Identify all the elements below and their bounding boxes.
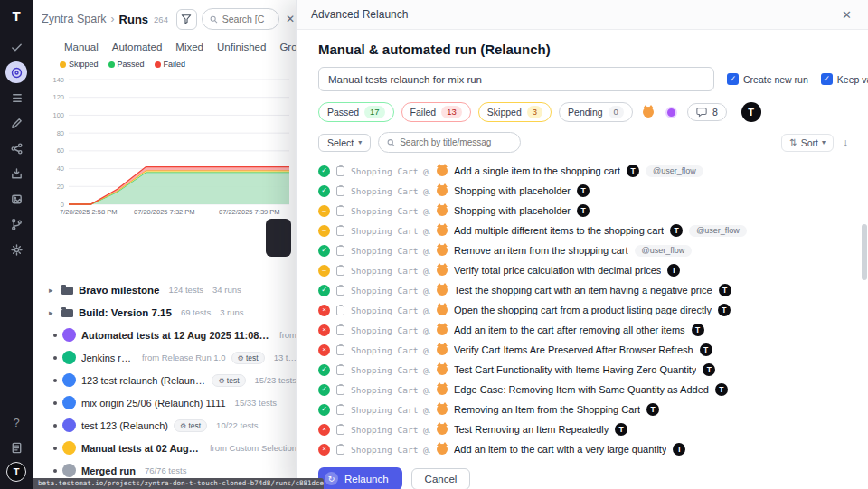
test-row[interactable]: Shopping Cart @… Test Cart Functionality… <box>318 360 848 380</box>
test-suite-path: Shopping Cart @… <box>351 385 430 395</box>
check-icon[interactable] <box>5 36 27 58</box>
test-title[interactable]: Add multiple different items to the shop… <box>454 225 664 236</box>
sort-dropdown[interactable]: ⇅ Sort ▾ <box>781 134 834 152</box>
app-logo[interactable]: T <box>12 8 20 24</box>
runs-tab[interactable]: Manual <box>64 42 99 52</box>
clipboard-icon <box>336 166 344 176</box>
test-title[interactable]: Edge Case: Removing Item with Same Quant… <box>454 384 709 395</box>
test-row[interactable]: Shopping Cart @… Verify total price calc… <box>318 260 848 280</box>
tree-run-row[interactable]: 123 test relaunch (Relaunch) test 15/23 … <box>33 369 304 391</box>
runs-tab[interactable]: Unfinished <box>217 42 266 52</box>
assignee-badge: T <box>646 403 659 416</box>
tree-folder-row[interactable]: ▸ Bravo milestone 124 tests 34 runs <box>33 278 304 301</box>
test-suite-path: Shopping Cart @… <box>351 405 430 415</box>
assignee-badge: T <box>700 343 712 356</box>
user-avatar[interactable]: T <box>6 462 26 482</box>
option-checkbox[interactable]: Create new run <box>727 73 808 85</box>
test-row[interactable]: Shopping Cart @… Shopping with placehold… <box>318 181 848 201</box>
test-row[interactable]: Shopping Cart @… Edge Case: Removing Ite… <box>318 380 848 400</box>
legend-dot <box>155 61 161 68</box>
test-title[interactable]: Add an item to the cart after removing a… <box>454 324 685 335</box>
test-title[interactable]: Add a single item to the shopping cart <box>454 165 620 176</box>
test-row[interactable]: Shopping Cart @… Test Removing an Item R… <box>318 419 848 439</box>
test-row[interactable]: Shopping Cart @… Test the shopping cart … <box>318 280 848 300</box>
run-name-input[interactable] <box>318 67 714 91</box>
checkbox-checked-icon[interactable] <box>821 73 833 85</box>
drawer-scrollbar[interactable] <box>861 33 867 485</box>
tests-search-input[interactable] <box>400 137 512 147</box>
test-title[interactable]: Test the shopping cart with an item havi… <box>454 285 712 296</box>
test-row[interactable]: Shopping Cart @… Remove an item from the… <box>318 240 848 260</box>
test-title[interactable]: Open the shopping cart from a product li… <box>454 305 712 315</box>
test-row[interactable]: Shopping Cart @… Add an item to the cart… <box>318 439 848 459</box>
test-title[interactable]: Shopping with placeholder <box>454 205 571 216</box>
tree-run-row[interactable]: test 123 (Relaunch) test 10/22 tests <box>33 414 304 437</box>
test-row[interactable]: Shopping Cart @… Open the shopping cart … <box>318 300 848 320</box>
test-row[interactable]: Shopping Cart @… Add an item to the cart… <box>318 320 848 340</box>
assignee-avatar[interactable]: T <box>741 102 761 122</box>
close-drawer-icon[interactable]: ✕ <box>840 8 854 22</box>
tree-run-row[interactable]: Manual tests at 02 Aug 2025 13:38 from C… <box>33 437 304 459</box>
tree-run-row[interactable]: Jenkins run (Relaunch) from Release Run … <box>33 346 304 369</box>
runs-search-input[interactable] <box>222 14 271 24</box>
test-title[interactable]: Shopping with placeholder <box>454 185 571 196</box>
test-row[interactable]: Shopping Cart @… Verify Cart Items Are P… <box>318 340 848 360</box>
import-box-icon[interactable] <box>5 163 27 184</box>
test-suite-path: Shopping Cart @… <box>351 206 430 216</box>
fox-emoji-filter-icon[interactable] <box>640 104 656 120</box>
test-title[interactable]: Add an item to the cart with a very larg… <box>454 444 666 455</box>
chevron-right-icon[interactable]: ▸ <box>49 286 56 295</box>
test-title[interactable]: Test Cart Functionality with Items Havin… <box>454 364 696 375</box>
filter-funnel-button[interactable] <box>176 9 197 30</box>
settings-gear-icon[interactable] <box>5 239 27 260</box>
assignee-badge: T <box>692 324 704 336</box>
run-drag-dot <box>53 334 57 337</box>
test-title[interactable]: Verify total price calculation with deci… <box>454 265 661 276</box>
close-search-icon[interactable]: ✕ <box>284 13 297 25</box>
status-filter-chip[interactable]: Pending 0 <box>559 102 633 122</box>
help-icon[interactable]: ? <box>13 416 19 429</box>
test-row[interactable]: Shopping Cart @… Shopping with placehold… <box>318 201 848 221</box>
select-dropdown[interactable]: Select ▾ <box>318 134 371 152</box>
folder-name: Build: Version 7.15 <box>79 307 172 318</box>
status-filter-chip[interactable]: Passed 17 <box>318 102 394 122</box>
relaunch-button[interactable]: ↻ Relaunch <box>318 467 402 489</box>
image-icon[interactable] <box>5 188 27 210</box>
swirl-emoji-filter-icon[interactable] <box>664 104 680 120</box>
list-icon[interactable] <box>5 87 27 108</box>
runs-icon[interactable] <box>5 61 27 83</box>
status-filter-chip[interactable]: Skipped 3 <box>478 102 552 122</box>
test-row[interactable]: Shopping Cart @… Add a single item to th… <box>318 161 848 181</box>
test-row[interactable]: Shopping Cart @… Removing an Item from t… <box>318 400 848 419</box>
share-icon[interactable] <box>5 137 27 159</box>
test-suite-path: Shopping Cart @… <box>351 186 430 196</box>
docs-icon[interactable] <box>5 437 27 458</box>
cancel-button[interactable]: Cancel <box>411 468 471 489</box>
comments-filter-chip[interactable]: 8 <box>687 103 727 121</box>
tree-run-row[interactable]: Automated tests at 12 Aug 2025 11:08 (Re… <box>33 324 304 346</box>
breadcrumb-project[interactable]: Zyntra Spark <box>42 13 107 25</box>
test-suite-path: Shopping Cart @… <box>351 266 430 276</box>
test-title[interactable]: Removing an Item from the Shopping Cart <box>454 404 640 415</box>
drawer-scrollbar-thumb[interactable] <box>862 224 867 280</box>
tree-folder-row[interactable]: ▸ Build: Version 7.15 69 tests 3 runs <box>33 301 304 324</box>
git-branch-icon[interactable] <box>5 213 27 235</box>
test-title[interactable]: Test Removing an Item Repeatedly <box>454 424 609 435</box>
test-status-icon <box>318 265 330 277</box>
runs-tab[interactable]: Mixed <box>175 42 203 52</box>
sort-direction-icon[interactable]: ↓ <box>843 136 848 149</box>
run-drag-dot <box>53 469 57 473</box>
tree-run-row[interactable]: mix origin 25/06 (Relaunch) 1111 15/33 t… <box>33 391 304 414</box>
chevron-right-icon[interactable]: ▸ <box>49 308 56 317</box>
edit-pencil-icon[interactable] <box>5 112 27 134</box>
tests-search-box[interactable] <box>378 132 521 153</box>
runs-tab[interactable]: Automated <box>112 42 163 52</box>
test-title[interactable]: Verify Cart Items Are Preserved After Br… <box>454 344 693 355</box>
test-status-icon <box>318 384 330 396</box>
status-filter-chip[interactable]: Failed 13 <box>401 102 471 122</box>
checkbox-checked-icon[interactable] <box>727 73 739 85</box>
test-tag: @user_flow <box>646 165 703 177</box>
test-title[interactable]: Remove an item from the shopping cart <box>454 245 628 256</box>
test-row[interactable]: Shopping Cart @… Add multiple different … <box>318 221 848 240</box>
runs-search-box[interactable] <box>202 8 279 30</box>
